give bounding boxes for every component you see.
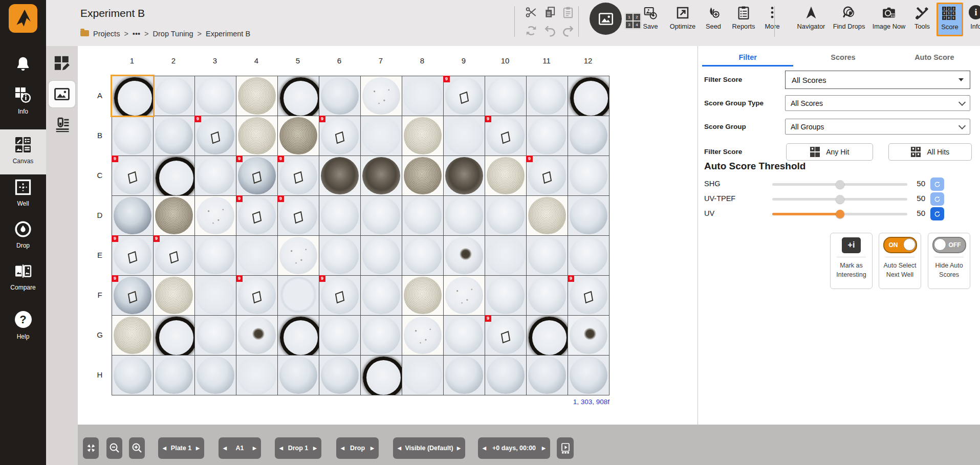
well-G3[interactable] xyxy=(195,316,236,355)
playback-button[interactable] xyxy=(557,437,574,459)
well-E4[interactable] xyxy=(236,236,277,275)
plate-next-button[interactable]: ▶ xyxy=(196,446,200,451)
well-E11[interactable] xyxy=(527,236,568,275)
well-H2[interactable] xyxy=(154,356,194,395)
well-B12[interactable] xyxy=(568,116,609,156)
well-E2[interactable]: 9 xyxy=(154,236,194,275)
optimize-button[interactable]: Optimize xyxy=(666,3,699,36)
uv-tpef-reset-button[interactable] xyxy=(930,192,944,206)
slider-thumb[interactable] xyxy=(836,210,844,218)
well-C12[interactable] xyxy=(568,156,609,195)
sidebar-item-well[interactable]: Well xyxy=(0,178,46,207)
slider-thumb[interactable] xyxy=(836,195,844,204)
well-G9[interactable] xyxy=(444,316,485,355)
well-E3[interactable] xyxy=(195,236,236,275)
layer-prev-button[interactable]: ◀ xyxy=(341,446,344,451)
well-C8[interactable] xyxy=(402,156,443,195)
zoom-out-button[interactable] xyxy=(106,437,122,459)
well-F4[interactable]: 9 xyxy=(236,276,277,315)
well-F5[interactable] xyxy=(278,276,319,315)
well-A12[interactable] xyxy=(568,76,609,116)
well-F7[interactable] xyxy=(361,276,402,315)
any-hit-button[interactable]: Any Hit xyxy=(786,143,873,161)
well-A1[interactable] xyxy=(112,76,153,116)
well-G10[interactable]: 9 xyxy=(485,316,526,355)
well-F8[interactable] xyxy=(402,276,443,315)
well-prev-button[interactable]: ◀ xyxy=(223,446,227,451)
well-A5[interactable] xyxy=(278,76,319,116)
well-B10[interactable]: 9 xyxy=(485,116,526,156)
score-button[interactable]: 123456789Score xyxy=(937,3,963,36)
well-B5[interactable] xyxy=(278,116,319,156)
drop-stepper[interactable]: ◀Drop 1▶ xyxy=(275,437,321,459)
well-F11[interactable] xyxy=(527,276,568,315)
well-G6[interactable] xyxy=(319,316,360,355)
well-C9[interactable] xyxy=(444,156,485,195)
well-E8[interactable] xyxy=(402,236,443,275)
uv-slider[interactable] xyxy=(772,213,907,215)
well-A7[interactable] xyxy=(361,76,402,116)
mark-interesting-button[interactable]: +iMark as Interesting xyxy=(830,233,873,289)
well-A10[interactable] xyxy=(485,76,526,116)
tool-strip-plate-layout[interactable] xyxy=(46,50,78,77)
zoom-in-button[interactable] xyxy=(129,437,145,459)
well-H4[interactable] xyxy=(236,356,277,395)
well-F10[interactable] xyxy=(485,276,526,315)
well-E6[interactable] xyxy=(319,236,360,275)
well-B9[interactable] xyxy=(444,116,485,156)
well-B7[interactable] xyxy=(361,116,402,156)
save-button[interactable]: Save xyxy=(636,3,665,36)
well-E12[interactable] xyxy=(568,236,609,275)
well-C4[interactable]: 9 xyxy=(236,156,277,195)
tool-strip-experiment-list[interactable] xyxy=(46,112,78,138)
well-C7[interactable] xyxy=(361,156,402,195)
well-D5[interactable]: 9 xyxy=(278,196,319,235)
well-H9[interactable] xyxy=(444,356,485,395)
filter-score-dropdown[interactable]: All Scores xyxy=(785,71,970,89)
well-E7[interactable] xyxy=(361,236,402,275)
hide-auto-scores-button[interactable]: OFFHide Auto Scores xyxy=(928,233,970,289)
visibility-prev-button[interactable]: ◀ xyxy=(398,446,401,451)
well-A2[interactable] xyxy=(154,76,194,116)
well-G11[interactable] xyxy=(527,316,568,355)
well-H3[interactable] xyxy=(195,356,236,395)
breadcrumb-item[interactable]: Projects xyxy=(93,30,120,38)
well-H7[interactable] xyxy=(361,356,402,395)
well-A6[interactable] xyxy=(319,76,360,116)
well-next-button[interactable]: ▶ xyxy=(253,446,256,451)
tab-filter[interactable]: Filter xyxy=(702,46,793,67)
well-D12[interactable] xyxy=(568,196,609,235)
drop-prev-button[interactable]: ◀ xyxy=(279,446,283,451)
all-hits-button[interactable]: All Hits xyxy=(888,143,972,161)
well-D1[interactable] xyxy=(112,196,153,235)
tab-auto-score[interactable]: Auto Score xyxy=(889,46,980,67)
well-F1[interactable]: 9 xyxy=(112,276,153,315)
visibility-stepper[interactable]: ◀Visible (Default)▶ xyxy=(393,437,465,459)
well-F3[interactable] xyxy=(195,276,236,315)
info-button[interactable]: iInfo xyxy=(966,3,980,36)
well-D3[interactable] xyxy=(195,196,236,235)
well-G5[interactable] xyxy=(278,316,319,355)
copy-icon[interactable] xyxy=(543,6,557,19)
well-A9[interactable]: 9 xyxy=(444,76,485,116)
sidebar-item-canvas[interactable]: Canvas xyxy=(0,129,46,174)
well-C3[interactable] xyxy=(195,156,236,195)
well-B11[interactable] xyxy=(527,116,568,156)
well-G2[interactable] xyxy=(154,316,194,355)
well-A4[interactable] xyxy=(236,76,277,116)
well-D4[interactable]: 9 xyxy=(236,196,277,235)
sidebar-item-compare[interactable]: Compare xyxy=(0,262,46,291)
breadcrumb-item[interactable]: Experiment B xyxy=(206,30,250,38)
well-G7[interactable] xyxy=(361,316,402,355)
slider-thumb[interactable] xyxy=(836,180,844,189)
well-E5[interactable] xyxy=(278,236,319,275)
fit-button[interactable] xyxy=(83,437,99,459)
well-D6[interactable] xyxy=(319,196,360,235)
well-E10[interactable] xyxy=(485,236,526,275)
score-group-type-select[interactable]: All Scores xyxy=(785,95,970,111)
auto-select-next-well-button[interactable]: ONAuto Select Next Well xyxy=(879,233,921,289)
reports-button[interactable]: Reports xyxy=(728,3,759,36)
well-H10[interactable] xyxy=(485,356,526,395)
well-H12[interactable] xyxy=(568,356,609,395)
shg-slider[interactable] xyxy=(772,183,907,186)
